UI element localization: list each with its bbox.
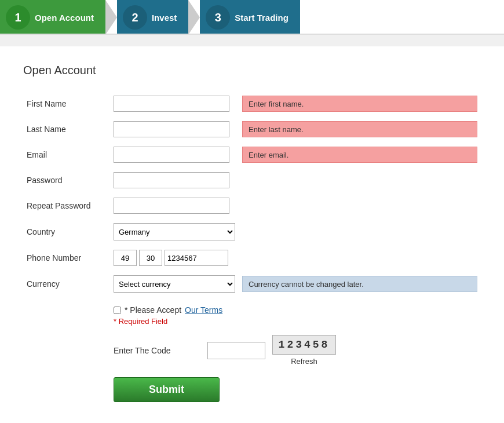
captcha-input[interactable] <box>207 342 265 359</box>
password-input[interactable] <box>114 172 229 188</box>
step-1-number: 1 <box>6 5 30 30</box>
stepper: 1 Open Account 2 Invest 3 Start Trading <box>0 0 504 35</box>
phone-inputs <box>114 250 235 266</box>
last-name-input[interactable] <box>114 121 229 137</box>
last-name-input-cell <box>110 119 239 140</box>
last-name-error: Enter last name. <box>242 121 477 137</box>
currency-info: Currency cannot be changed later. <box>242 276 477 292</box>
step-2-label: Invest <box>152 13 188 23</box>
page-title: Open Account <box>23 64 481 77</box>
repeat-password-label: Repeat Password <box>23 195 110 216</box>
last-name-row: Last Name Enter last name. <box>23 119 481 140</box>
first-name-input[interactable] <box>114 96 229 112</box>
terms-checkbox[interactable] <box>114 307 121 314</box>
password-row: Password <box>23 170 481 191</box>
first-name-error: Enter first name. <box>242 96 477 112</box>
phone-country-code-input[interactable] <box>114 250 137 266</box>
country-label: Country <box>23 221 110 243</box>
phone-label: Phone Number <box>23 247 110 268</box>
country-select-cell: Germany France United Kingdom United Sta… <box>110 221 239 243</box>
currency-hint-cell: Currency cannot be changed later. <box>239 273 481 295</box>
form-table: First Name Enter first name. Last Name E… <box>23 89 481 300</box>
step-2[interactable]: 2 Invest <box>117 0 188 35</box>
country-select[interactable]: Germany France United Kingdom United Sta… <box>114 223 235 240</box>
submit-button[interactable]: Submit <box>114 377 220 402</box>
step-3-label: Start Trading <box>235 13 300 23</box>
password-input-cell <box>110 170 239 191</box>
currency-select-cell: Select currency USD EUR GBP <box>110 273 239 295</box>
captcha-image: 123458 <box>272 335 336 355</box>
email-input-cell <box>110 144 239 165</box>
step-1[interactable]: 1 Open Account <box>0 0 105 35</box>
captcha-refresh-button[interactable]: Refresh <box>291 357 317 366</box>
step-3-number: 3 <box>206 5 230 30</box>
email-error: Enter email. <box>242 147 477 163</box>
email-label: Email <box>23 144 110 165</box>
last-name-label: Last Name <box>23 119 110 140</box>
terms-prefix: * Please Accept <box>125 305 181 315</box>
captcha-label: Enter The Code <box>114 346 200 355</box>
email-hint-cell: Enter email. <box>239 144 481 165</box>
repeat-password-input[interactable] <box>114 198 229 214</box>
captcha-image-box: 123458 Refresh <box>272 335 336 366</box>
first-name-hint-cell: Enter first name. <box>239 93 481 114</box>
first-name-input-cell <box>110 93 239 114</box>
currency-select[interactable]: Select currency USD EUR GBP <box>114 275 235 293</box>
submit-row: Submit <box>114 377 481 402</box>
captcha-row: Enter The Code 123458 Refresh <box>114 335 481 366</box>
step-2-number: 2 <box>123 5 147 30</box>
phone-inputs-cell <box>110 247 239 268</box>
main-content: Open Account First Name Enter first name… <box>0 46 504 423</box>
phone-row: Phone Number <box>23 247 481 268</box>
phone-area-code-input[interactable] <box>139 250 162 266</box>
step-1-arrow <box>105 0 117 35</box>
step-3[interactable]: 3 Start Trading <box>200 0 300 35</box>
last-name-hint-cell: Enter last name. <box>239 119 481 140</box>
country-row: Country Germany France United Kingdom Un… <box>23 221 481 243</box>
terms-row: * Please Accept Our Terms <box>114 305 481 315</box>
email-input[interactable] <box>114 147 229 163</box>
terms-link[interactable]: Our Terms <box>185 305 222 315</box>
phone-number-input[interactable] <box>165 250 228 266</box>
email-row: Email Enter email. <box>23 144 481 165</box>
first-name-row: First Name Enter first name. <box>23 93 481 114</box>
step-2-arrow <box>188 0 200 35</box>
repeat-password-row: Repeat Password <box>23 195 481 216</box>
first-name-label: First Name <box>23 93 110 114</box>
password-label: Password <box>23 170 110 191</box>
step-1-label: Open Account <box>35 13 105 23</box>
repeat-password-input-cell <box>110 195 239 216</box>
currency-row: Currency Select currency USD EUR GBP Cur… <box>23 273 481 295</box>
required-field-note: * Required Field <box>114 317 481 326</box>
currency-label: Currency <box>23 273 110 295</box>
